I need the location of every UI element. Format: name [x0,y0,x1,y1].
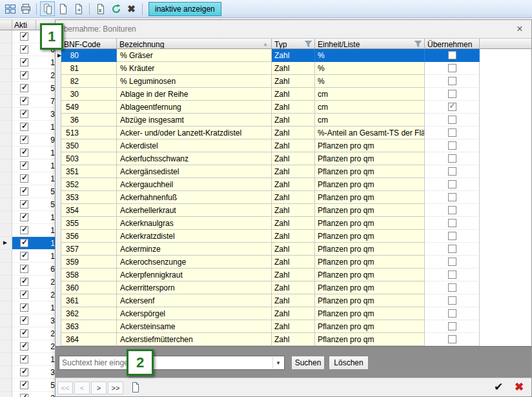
show-inactive-button[interactable]: inaktive anzeigen [148,2,221,16]
uebernehmen-checkbox[interactable] [448,206,456,214]
uebernehmen-checkbox[interactable] [448,245,456,253]
bg-table-row[interactable]: 2 [0,289,57,301]
uebernehmen-checkbox[interactable] [448,180,456,188]
pager-next-button[interactable]: > [91,382,107,394]
refresh-icon[interactable] [108,1,123,16]
aktiv-checkbox[interactable] [20,355,28,363]
aktiv-checkbox[interactable] [20,226,28,234]
table-row[interactable]: 358 Ackerpfennigkraut Zahl Pflanzen pro … [61,269,531,281]
uebernehmen-checkbox[interactable] [448,77,456,85]
table-row[interactable]: 355 Ackerknaulgras Zahl Pflanzen pro qm [61,217,531,230]
table-row[interactable]: 549 Ablageentfernung Zahl cm [61,101,531,114]
aktiv-checkbox[interactable] [20,265,28,273]
pager-last-button[interactable]: >> [108,382,123,394]
pager-first-button[interactable]: << [57,382,73,394]
aktiv-checkbox[interactable] [20,110,28,118]
uebernehmen-checkbox[interactable] [448,193,456,201]
search-input[interactable]: Suchtext hier eingeben ▼ [59,356,285,370]
bg-header-aktiv[interactable]: Akti [12,20,36,30]
aktiv-checkbox[interactable] [20,239,28,247]
aktiv-checkbox[interactable] [20,290,28,299]
aktiv-checkbox[interactable] [20,303,28,312]
bg-table-row[interactable]: 3 [0,314,57,327]
uebernehmen-checkbox[interactable] [448,309,456,318]
uebernehmen-checkbox[interactable] [448,64,456,72]
clear-button[interactable]: Löschen [329,356,369,370]
print-icon[interactable] [18,1,33,16]
table-row[interactable]: 363 Ackersteinsame Zahl Pflanzen pro qm [61,320,531,333]
aktiv-checkbox[interactable] [20,316,28,325]
search-button[interactable]: Suchen [291,356,325,370]
filter-icon[interactable] [305,41,312,49]
aktiv-checkbox[interactable] [20,32,28,41]
uebernehmen-checkbox[interactable] [448,103,456,111]
close-icon[interactable]: × [513,23,526,36]
table-row[interactable]: 356 Ackerkratzdistel Zahl Pflanzen pro q… [61,230,531,243]
uebernehmen-checkbox[interactable] [448,167,456,176]
bg-table-row[interactable]: 3 [0,366,57,379]
aktiv-checkbox[interactable] [20,161,28,170]
bg-table-row[interactable]: 1 [0,250,57,263]
column-header-typ[interactable]: Typ [272,38,315,49]
uebernehmen-checkbox[interactable] [448,335,456,343]
aktiv-checkbox[interactable] [20,329,28,338]
bg-table-row[interactable]: 1 [0,172,57,185]
aktiv-checkbox[interactable] [20,381,28,389]
aktiv-checkbox[interactable] [20,278,28,286]
table-row[interactable]: 362 Ackerspörgel Zahl Pflanzen pro qm [61,307,531,320]
bg-table-row[interactable]: 2 [0,392,57,397]
new-record-icon[interactable] [128,380,143,394]
delete-icon[interactable]: ✖ [124,1,139,16]
aktiv-checkbox[interactable] [20,97,28,105]
pager-prev-button[interactable]: < [74,382,90,394]
aktiv-checkbox[interactable] [20,342,28,351]
bg-table-row[interactable]: 1 [0,237,57,250]
cancel-x-icon[interactable]: ✖ [512,380,526,394]
bg-table-row[interactable]: 2 [0,69,57,82]
uebernehmen-checkbox[interactable] [448,283,456,292]
confirm-check-icon[interactable]: ✔ [491,380,506,394]
uebernehmen-checkbox[interactable] [448,90,456,98]
column-header-einheit-liste[interactable]: Einheit/Liste [315,38,425,49]
aktiv-checkbox[interactable] [20,213,28,221]
uebernehmen-checkbox[interactable] [448,322,456,331]
aktiv-checkbox[interactable] [20,187,28,196]
aktiv-checkbox[interactable] [20,45,28,54]
bg-table-row[interactable]: 3 [0,108,57,121]
bg-table-row[interactable]: 5 [0,185,57,198]
copy-record-icon[interactable] [40,1,55,16]
uebernehmen-checkbox[interactable] [448,232,456,240]
bg-table-row[interactable]: 1 [0,159,57,172]
uebernehmen-checkbox[interactable] [448,219,456,227]
bg-table-row[interactable]: 9 [0,134,57,147]
column-header-bezeichnung[interactable]: Bezeichnung ▲ [117,38,272,49]
bg-table-row[interactable]: 1 [0,147,57,159]
aktiv-checkbox[interactable] [20,368,28,376]
table-row[interactable]: 82 % Leguminosen Zahl % [61,75,531,88]
excel-export-icon[interactable]: x [93,1,108,16]
table-row[interactable]: 350 Ackerdistel Zahl Pflanzen pro qm [61,139,531,152]
chevron-down-icon[interactable]: ▼ [272,357,283,369]
bg-table-row[interactable]: 7 [0,95,57,108]
table-row[interactable]: 359 Ackerochsenzunge Zahl Pflanzen pro q… [61,256,531,269]
aktiv-checkbox[interactable] [20,252,28,260]
table-row[interactable]: 36 Abzüge insgesamt Zahl cm [61,114,531,127]
aktiv-checkbox[interactable] [20,58,28,66]
table-row[interactable]: 80 % Gräser Zahl % [61,49,531,62]
table-row[interactable]: 351 Ackergänsedistel Zahl Pflanzen pro q… [61,165,531,178]
bg-table-row[interactable]: 1 [0,211,57,224]
bg-table-row[interactable]: 2 [0,327,57,340]
aktiv-checkbox[interactable] [20,200,28,209]
table-row[interactable]: 352 Ackergauchheil Zahl Pflanzen pro qm [61,178,531,191]
uebernehmen-checkbox[interactable] [448,51,456,59]
uebernehmen-checkbox[interactable] [448,270,456,279]
uebernehmen-checkbox[interactable] [448,128,456,137]
bg-table-row[interactable]: 6 [0,263,57,276]
table-row[interactable]: 360 Ackerrittersporn Zahl Pflanzen pro q… [61,281,531,294]
bg-table-row[interactable]: 1 [0,224,57,237]
bg-table-row[interactable]: 5 [0,379,57,392]
aktiv-checkbox[interactable] [20,84,28,92]
table-row[interactable]: 81 % Kräuter Zahl % [61,62,531,75]
uebernehmen-checkbox[interactable] [448,296,456,305]
aktiv-checkbox[interactable] [20,71,28,79]
